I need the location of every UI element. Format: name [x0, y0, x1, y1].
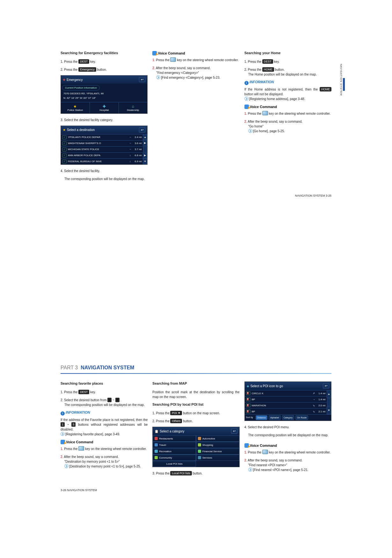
info-body: If the address of the Favorite place is …: [61, 417, 148, 437]
cpi-label: Current Position Information: [62, 85, 100, 91]
cat-hospital: ✚Hospital: [90, 102, 119, 113]
dest-key: DEST: [262, 59, 273, 64]
poi-step-2: 2. Press the Others button.: [152, 419, 239, 424]
crossref-icon: [61, 432, 65, 436]
scroll-down-icon: ▼: [143, 158, 147, 164]
col-voice-command-1: Voice Command 1. Press the key on the st…: [152, 51, 239, 185]
list-item: ⛽BP↘2.1 mi: [245, 408, 327, 414]
col-home: Searching your Home 1. Press the DEST ke…: [244, 51, 331, 185]
heading-information: iINFORMATION: [244, 80, 331, 85]
col-favorite: Searching favorite places 1. Press the D…: [61, 381, 148, 479]
cat-automotive: Automotive: [196, 435, 239, 442]
heading-emergency: Searching for Emergency facilities: [61, 51, 148, 55]
page-3-26: PART 3 NAVIGATION SYSTEM Searching favor…: [0, 314, 392, 558]
cat-services: Services: [196, 454, 239, 461]
cat-recreation: Recreation: [153, 448, 196, 454]
poi-step-4: 4. Select the desired POI menu.: [244, 425, 331, 430]
ss2-title: Select a destination: [67, 128, 139, 132]
emergency-button: Emergency: [78, 67, 96, 72]
col-poi-result: ◈ Select a POI icon to go ↩ ⛽CIRCLE K↗1.…: [244, 381, 331, 479]
scroll-next-icon: ▶: [143, 140, 147, 146]
ss-cat-title: Select a category: [160, 430, 231, 433]
address-line1: 7070 GEDDES RD, YPSILANTI, MI: [62, 91, 146, 96]
part-title: PART 3 NAVIGATION SYSTEM: [61, 365, 331, 371]
list-item: ⛽MARATHON↘2.0 mi: [245, 402, 327, 408]
fav-step-1: 1. Press the DEST key.: [61, 390, 148, 395]
heading-voice-command: Voice Command: [61, 440, 148, 444]
vc-step-1: 1. Press the key on the steering wheel r…: [152, 57, 239, 62]
crossref-icon: [64, 464, 69, 468]
cat-shopping: Shopping: [196, 442, 239, 448]
screenshot-emergency: ✚ Emergency ↩ Current Position Informati…: [61, 75, 148, 114]
cat-travel: Travel: [153, 442, 196, 448]
list-item: ✓MICHIGAN STATE POLICE→3.7 mi: [61, 146, 143, 152]
voice-key-icon: [170, 57, 176, 62]
speech-icon: [152, 51, 157, 55]
vc-step-1: 1. Press the key on the steering wheel r…: [61, 446, 148, 451]
screenshot-poi-list: ◈ Select a POI icon to go ↩ ⛽CIRCLE K↗1.…: [244, 381, 331, 421]
heading-voice-command: Voice Command: [152, 51, 239, 55]
heading-voice-command: Voice Command: [244, 443, 331, 448]
num-5-button: 5: [71, 422, 76, 427]
step-4: 4. Select the desired facility.: [61, 169, 148, 173]
vc-step-2: 2. After the beep sound, say a command. …: [244, 119, 331, 134]
speech-icon: [61, 440, 65, 444]
page-3-25: NAVIGATION SYSTEM Searching for Emergenc…: [0, 0, 392, 314]
poi-step-4-detail: The corresponding position will be displ…: [248, 433, 331, 438]
info-icon: i: [244, 81, 249, 85]
sort-onroute: On Route: [295, 415, 308, 420]
heading-home: Searching your Home: [244, 51, 331, 55]
speech-icon: [244, 443, 249, 448]
fav-step-2: 2. Select the desired button from 1 ~ 5 …: [61, 398, 148, 407]
cat-community: Community: [153, 454, 196, 461]
cat-financial: Financial Service: [196, 448, 239, 454]
sort-distance: Distance: [256, 415, 267, 420]
back-icon: ↩: [139, 127, 145, 133]
heading-favorite: Searching favorite places: [61, 381, 148, 385]
home-step-1: 1. Press the DEST key.: [244, 59, 331, 64]
screenshot-category: 📋 Select a category ↩ Restaurants Automo…: [152, 427, 239, 467]
side-chapter-label: NAVIGATION SYSTEM: [340, 64, 343, 96]
col-map: Searching from MAP Position the scroll m…: [152, 381, 239, 479]
list-item: ⛽CIRCLE K↗1.4 mi: [245, 390, 327, 396]
heading-voice-command: Voice Command: [244, 105, 331, 109]
vc-step-2: 2. After the beep sound, say a command. …: [61, 454, 148, 469]
sort-category: Category: [282, 415, 294, 420]
voice-key-icon: [78, 446, 84, 451]
num-5-button: 5: [115, 398, 120, 402]
map-desc: Position the scroll mark at the destinat…: [152, 390, 239, 399]
sort-bar: Sort by Distance Alphabet Category On Ro…: [245, 414, 331, 421]
others-button: Others: [170, 419, 182, 423]
poi-button: POI ▼: [170, 411, 182, 415]
vc-step-2: 2. After the beep sound, say a command. …: [244, 458, 331, 472]
cat-dealership: ⌂Dealership: [119, 102, 148, 113]
back-icon: ↩: [139, 77, 145, 82]
num-1-button: 1: [107, 398, 112, 402]
crossref-icon: [244, 97, 249, 101]
list-item: ✓ANN ARBOR POLICE DEPA↓6.8 mi: [61, 152, 143, 158]
col-emergency: Searching for Emergency facilities 1. Pr…: [61, 51, 148, 185]
scrollbar: [327, 398, 331, 406]
heading-information: iINFORMATION: [61, 410, 148, 416]
address-line2: N: 42° 16' 29" W: 83° 37' 18": [62, 96, 146, 100]
vc-step-1: 1. Press the key on the steering wheel r…: [244, 450, 331, 455]
list-item: ✓FEDERAL BUREAU OF INVE↓6.9 mi: [61, 158, 143, 164]
voice-key-icon: [262, 450, 268, 454]
home-button: HOME: [262, 67, 274, 72]
scroll-up-icon: ▲: [327, 390, 331, 398]
speech-icon: [244, 105, 249, 109]
step-4-detail: The corresponding position will be displ…: [64, 177, 148, 181]
scroll-prev-icon: ▶: [143, 153, 147, 159]
back-icon: ↩: [231, 429, 237, 434]
cat-police: ★Police Station: [61, 102, 90, 113]
step-3: 3. Select the desired facility category.: [61, 118, 148, 122]
num-1-button: 1: [61, 422, 65, 427]
cat-local-poi: Local POI lists: [153, 461, 196, 467]
home-button: HOME: [320, 87, 331, 91]
scroll-down-icon: ▼: [327, 406, 331, 414]
poi-step-1: 1. Press the POI ▼ button on the map scr…: [152, 411, 239, 416]
home-step-2: 2. Press the HOME button. The Home posit…: [244, 67, 331, 77]
voice-key-icon: [262, 111, 268, 115]
list-item: ⛽BP→1.4 mi: [245, 396, 327, 402]
part-rule: [61, 373, 331, 374]
